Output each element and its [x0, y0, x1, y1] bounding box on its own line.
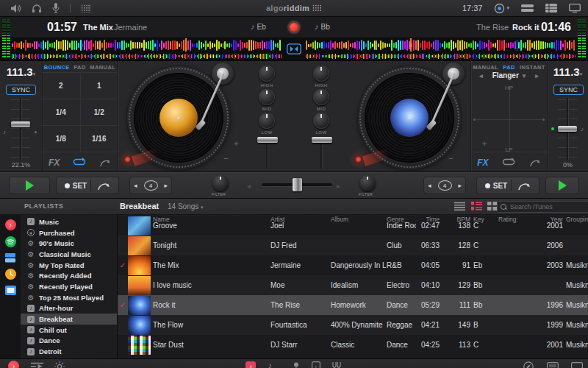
search-input[interactable]	[509, 202, 586, 211]
deck2-pitch-slider[interactable]	[558, 126, 577, 132]
deck2-loop-length[interactable]: 4	[438, 180, 452, 191]
music-app-icon[interactable]: ♪	[8, 361, 19, 368]
display-icon[interactable]	[569, 4, 581, 13]
deck1-play-button[interactable]	[9, 177, 50, 194]
itunes-source-icon[interactable]: ♪	[5, 219, 16, 230]
speaker-icon[interactable]	[10, 4, 21, 13]
effect-dropdown-caret[interactable]: ▾	[523, 72, 526, 79]
table-row-rock-it[interactable]: ✓Rock itThe RiseHomeworkDance05:29111Bb1…	[118, 295, 588, 315]
crossfader-right-arrow[interactable]: ▸	[337, 182, 340, 190]
tab-pad[interactable]: PAD	[503, 64, 514, 71]
table-row-star-dust[interactable]: Star DustDJ StarrClassicDance04:25113C20…	[118, 335, 588, 355]
sidebar-item-90-s-music[interactable]: ⚙90's Music	[21, 238, 117, 249]
deck2-bpm[interactable]: 111.3▾	[548, 66, 588, 79]
deck2-high-knob[interactable]	[313, 66, 329, 82]
fx-xy-pad[interactable]: HP LP	[473, 83, 545, 155]
deck2-loop-icon[interactable]	[502, 158, 515, 167]
list-view-icon[interactable]	[454, 202, 465, 210]
deck2-volume-fader[interactable]	[312, 137, 332, 143]
deck2-jump-icon[interactable]	[529, 158, 541, 167]
column-header-rating[interactable]: Rating	[498, 216, 534, 223]
sidebar-item-after-hour[interactable]: ♪After-hour	[21, 303, 117, 314]
deck2-cue-jump-icon[interactable]	[517, 181, 531, 191]
table-row-i-love-music[interactable]: I love musicMoeIdealismElectro04:10129Bb…	[118, 275, 588, 295]
tab-pad[interactable]: PAD	[74, 64, 85, 71]
headphones-icon[interactable]	[32, 4, 42, 13]
table-view-icon[interactable]	[545, 4, 557, 13]
spotify-source-icon[interactable]	[5, 236, 16, 247]
loop-button-1[interactable]: 1	[80, 72, 118, 99]
deck1-mid-knob[interactable]	[259, 89, 275, 105]
sidebar-item-my-top-rated[interactable]: ⚙My Top Rated	[21, 260, 117, 271]
deck1-volume-fader[interactable]	[257, 137, 278, 143]
sidebar-item-recently-played[interactable]: ⚙Recently Played	[21, 281, 117, 292]
loop-button-half[interactable]: 1/2	[80, 99, 118, 125]
keylock-icon[interactable]: ♪	[581, 126, 584, 132]
deck2-key[interactable]: ♪Bb	[315, 22, 330, 31]
songs-tab-icon[interactable]: ♪	[268, 361, 272, 368]
deck2-loop-double-arrow[interactable]: ▸	[458, 182, 462, 189]
match-tab-icon[interactable]	[331, 361, 343, 368]
deck2-waveform[interactable]	[306, 39, 576, 52]
deck1-pitch-slider[interactable]	[11, 121, 30, 127]
column-header-grouping[interactable]: Grouping	[566, 216, 588, 223]
deck2-filter-knob[interactable]	[359, 175, 376, 191]
queue-list-icon[interactable]	[547, 362, 559, 368]
tab-manual[interactable]: MANUAL	[473, 64, 498, 71]
tab-instant[interactable]: INSTANT	[520, 64, 545, 71]
sidebar-item-top-25-most-played[interactable]: ⚙Top 25 Most Played	[21, 292, 117, 303]
deck1-waveform[interactable]	[12, 39, 282, 52]
deck1-low-knob[interactable]	[259, 113, 275, 129]
deck1-filter-knob[interactable]	[212, 175, 229, 191]
deck1-jump-icon[interactable]	[99, 158, 111, 167]
deck2-mid-knob[interactable]	[313, 89, 329, 105]
deck1-bpm[interactable]: 111.3▾	[0, 66, 42, 79]
deck2-play-button[interactable]	[545, 177, 579, 194]
sidebar-item-chill-out[interactable]: ♪Chill out	[21, 325, 117, 336]
decks-view-icon[interactable]	[521, 4, 534, 13]
crossfader-left-arrow[interactable]: ◂	[247, 182, 251, 190]
artists-tab-icon[interactable]	[291, 362, 301, 368]
effect-prev-arrow[interactable]: ◂	[479, 72, 483, 79]
crossfade-automix-icon[interactable]	[287, 43, 301, 54]
column-header-album[interactable]: Album	[331, 216, 387, 223]
sidebar-item-purchased[interactable]: ★Purchased	[21, 227, 117, 238]
deck1-high-knob[interactable]	[259, 66, 275, 82]
table-row-the-mix[interactable]: ✓The MixJermaineDangerously In LoveR&B04…	[118, 255, 588, 275]
table-row-tonight[interactable]: TonightDJ FredClub06:33128C2006	[118, 236, 588, 255]
loop-button-2[interactable]: 2	[42, 72, 80, 99]
deck1-set-cue-button[interactable]: SET	[65, 182, 87, 190]
sidebar-item-breakbeat[interactable]: ♪Breakbeat	[21, 314, 117, 325]
album-list-view-icon[interactable]	[471, 202, 482, 210]
loop-button-sixteenth[interactable]: 1/16	[80, 125, 118, 152]
library-tab-icon[interactable]: ♪	[245, 361, 256, 368]
albums-tab-icon[interactable]: ♪	[312, 361, 320, 368]
deck2-sync-button[interactable]: SYNC	[553, 85, 584, 95]
record-button[interactable]	[287, 20, 301, 35]
search-field[interactable]	[497, 201, 588, 213]
deck2-loop-halve-arrow[interactable]: ◂	[428, 182, 431, 189]
deck1-cue-jump-icon[interactable]	[97, 181, 110, 191]
record-menu-icon[interactable]: ▾	[494, 3, 509, 14]
sidebar-item-detroit[interactable]: ♪Detroit	[21, 346, 117, 357]
deck2-set-cue-button[interactable]: SET	[485, 182, 507, 190]
crossfader-handle[interactable]	[293, 178, 302, 191]
app-grid-icon[interactable]	[81, 4, 91, 13]
sidebar-item-recently-added[interactable]: ⚙Recently Added	[21, 270, 117, 281]
deck1-sync-button[interactable]: SYNC	[6, 85, 36, 95]
browser-song-count[interactable]: 14 Songs ▾	[168, 202, 204, 210]
files-source-icon[interactable]	[5, 253, 15, 263]
keylock-icon[interactable]: ♪	[3, 129, 6, 135]
brightness-icon[interactable]	[54, 361, 65, 368]
tab-bounce[interactable]: BOUNCE	[44, 64, 70, 71]
explorer-source-icon[interactable]	[5, 286, 16, 295]
effect-next-arrow[interactable]: ▸	[535, 72, 539, 79]
deck1-fx-button[interactable]: FX	[49, 158, 60, 168]
loop-button-quarter[interactable]: 1/4	[42, 99, 80, 125]
effect-name[interactable]: Flanger	[492, 71, 519, 79]
deck1-loop-double-arrow[interactable]: ▸	[164, 182, 168, 189]
grid-view-icon[interactable]	[487, 202, 497, 210]
device-icon[interactable]	[571, 362, 583, 368]
tab-manual[interactable]: MANUAL	[90, 64, 115, 71]
deck1-loop-length[interactable]: 4	[144, 180, 158, 191]
